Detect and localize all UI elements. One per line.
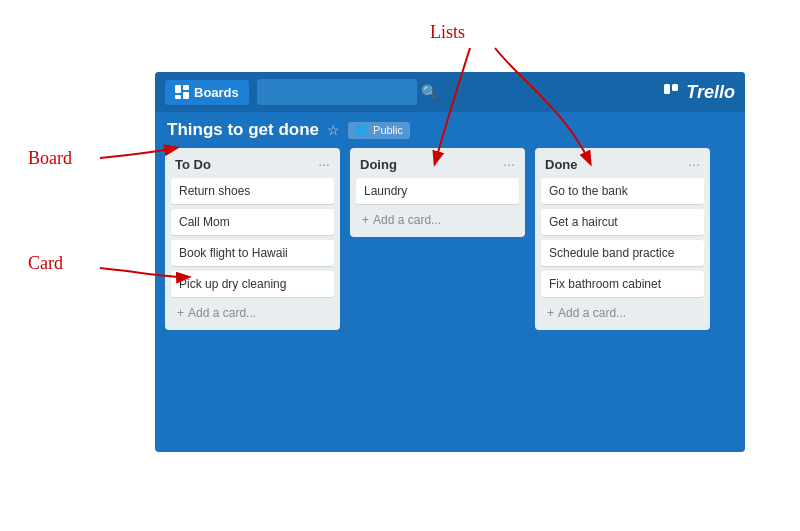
list-doing: Doing ··· Laundry + Add a card... — [350, 148, 525, 237]
lists-annotation-label: Lists — [430, 22, 465, 43]
top-nav: Boards 🔍 Trello — [155, 72, 745, 112]
list-done-menu-icon[interactable]: ··· — [688, 156, 700, 172]
svg-rect-2 — [183, 85, 189, 90]
card-return-shoes[interactable]: Return shoes — [171, 178, 334, 204]
board-header: Things to get done ☆ 🌐 Public — [155, 112, 745, 148]
card-band-practice[interactable]: Schedule band practice — [541, 240, 704, 266]
list-doing-menu-icon[interactable]: ··· — [503, 156, 515, 172]
list-doing-title: Doing — [360, 157, 397, 172]
search-input[interactable] — [257, 79, 417, 105]
list-done: Done ··· Go to the bank Get a haircut Sc… — [535, 148, 710, 330]
board-annotation-label: Board — [28, 148, 72, 169]
trello-logo: Trello — [663, 82, 735, 103]
card-book-flight[interactable]: Book flight to Hawaii — [171, 240, 334, 266]
lists-container: To Do ··· Return shoes Call Mom Book fli… — [155, 148, 745, 340]
trello-board-area: Boards 🔍 Trello Things to get done ☆ 🌐 P… — [155, 72, 745, 452]
todo-add-card-btn[interactable]: + Add a card... — [171, 302, 334, 324]
trello-logo-icon — [663, 83, 681, 101]
board-visibility-label: Public — [373, 124, 403, 136]
add-icon: + — [177, 306, 184, 320]
board-star-icon[interactable]: ☆ — [327, 122, 340, 138]
list-todo-header: To Do ··· — [171, 154, 334, 178]
boards-label: Boards — [194, 85, 239, 100]
svg-rect-6 — [672, 84, 678, 91]
search-icon: 🔍 — [421, 84, 438, 100]
list-doing-header: Doing ··· — [356, 154, 519, 178]
list-done-title: Done — [545, 157, 578, 172]
list-todo-menu-icon[interactable]: ··· — [318, 156, 330, 172]
card-haircut[interactable]: Get a haircut — [541, 209, 704, 235]
card-annotation-label: Card — [28, 253, 63, 274]
board-visibility-btn[interactable]: 🌐 Public — [348, 122, 410, 139]
boards-button[interactable]: Boards — [165, 80, 249, 105]
add-icon-3: + — [547, 306, 554, 320]
card-bank[interactable]: Go to the bank — [541, 178, 704, 204]
board-title: Things to get done — [167, 120, 319, 140]
svg-rect-5 — [664, 84, 670, 94]
list-todo-title: To Do — [175, 157, 211, 172]
done-add-card-btn[interactable]: + Add a card... — [541, 302, 704, 324]
card-bathroom[interactable]: Fix bathroom cabinet — [541, 271, 704, 297]
list-done-header: Done ··· — [541, 154, 704, 178]
list-todo: To Do ··· Return shoes Call Mom Book fli… — [165, 148, 340, 330]
doing-add-card-btn[interactable]: + Add a card... — [356, 209, 519, 231]
card-call-mom[interactable]: Call Mom — [171, 209, 334, 235]
add-icon-2: + — [362, 213, 369, 227]
trello-wordmark: Trello — [686, 82, 735, 103]
svg-rect-4 — [183, 92, 189, 99]
svg-rect-1 — [175, 85, 181, 93]
boards-icon — [175, 85, 189, 99]
card-dry-cleaning[interactable]: Pick up dry cleaning — [171, 271, 334, 297]
svg-rect-3 — [175, 95, 181, 99]
card-laundry[interactable]: Laundry — [356, 178, 519, 204]
globe-icon: 🌐 — [355, 124, 369, 137]
